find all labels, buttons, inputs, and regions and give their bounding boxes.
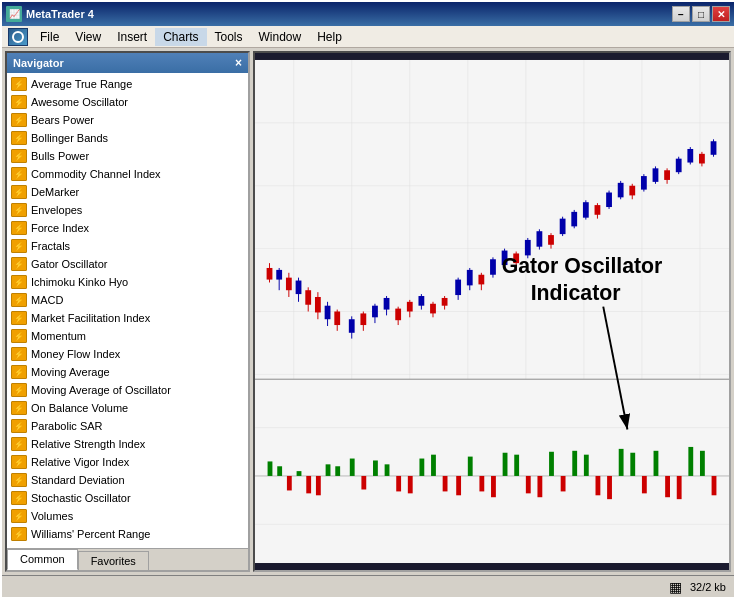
svg-rect-31 — [325, 306, 331, 320]
list-item[interactable]: ⚡Market Facilitation Index — [7, 309, 248, 327]
list-item[interactable]: ⚡Bulls Power — [7, 147, 248, 165]
indicator-label: Fractals — [31, 240, 70, 252]
list-item[interactable]: ⚡Moving Average of Oscillator — [7, 381, 248, 399]
navigator-close-button[interactable]: × — [235, 56, 242, 70]
svg-rect-107 — [350, 459, 355, 476]
indicator-label: Bears Power — [31, 114, 94, 126]
menu-insert[interactable]: Insert — [109, 28, 155, 46]
list-item[interactable]: ⚡Average True Range — [7, 75, 248, 93]
svg-rect-75 — [583, 202, 589, 217]
indicator-icon: ⚡ — [11, 203, 27, 217]
list-item[interactable]: ⚡Relative Strength Index — [7, 435, 248, 453]
indicator-icon: ⚡ — [11, 329, 27, 343]
indicator-icon: ⚡ — [11, 491, 27, 505]
indicator-label: Market Facilitation Index — [31, 312, 150, 324]
indicator-icon: ⚡ — [11, 275, 27, 289]
list-item[interactable]: ⚡Parabolic SAR — [7, 417, 248, 435]
svg-rect-49 — [430, 304, 436, 314]
list-item[interactable]: ⚡Relative Vigor Index — [7, 453, 248, 471]
svg-rect-55 — [467, 270, 473, 285]
maximize-button[interactable]: □ — [692, 6, 710, 22]
list-item[interactable]: ⚡Awesome Oscillator — [7, 93, 248, 111]
main-area: Navigator × ⚡Average True Range⚡Awesome … — [2, 48, 734, 575]
indicator-label: Moving Average — [31, 366, 110, 378]
svg-rect-27 — [305, 290, 311, 305]
list-item[interactable]: ⚡Money Flow Index — [7, 345, 248, 363]
list-item[interactable]: ⚡Commodity Channel Index — [7, 165, 248, 183]
indicator-label: Bollinger Bands — [31, 132, 108, 144]
chart-svg: Gator Oscillator Indicator — [255, 53, 729, 570]
svg-rect-103 — [306, 476, 311, 493]
indicator-label: Awesome Oscillator — [31, 96, 128, 108]
indicator-icon: ⚡ — [11, 113, 27, 127]
list-item[interactable]: ⚡MACD — [7, 291, 248, 309]
indicator-icon: ⚡ — [11, 419, 27, 433]
svg-rect-35 — [349, 319, 355, 333]
list-item[interactable]: ⚡Bears Power — [7, 111, 248, 129]
menu-file[interactable]: File — [32, 28, 67, 46]
indicator-icon: ⚡ — [11, 365, 27, 379]
indicator-label: Moving Average of Oscillator — [31, 384, 171, 396]
list-item[interactable]: ⚡DeMarker — [7, 183, 248, 201]
menu-charts[interactable]: Charts — [155, 28, 206, 46]
svg-rect-21 — [276, 270, 282, 280]
svg-rect-113 — [419, 459, 424, 476]
list-item[interactable]: ⚡Momentum — [7, 327, 248, 345]
indicator-label: On Balance Volume — [31, 402, 128, 414]
list-item[interactable]: ⚡Bollinger Bands — [7, 129, 248, 147]
main-window: 📈 MetaTrader 4 − □ ✕ File View Insert Ch… — [0, 0, 736, 599]
list-item[interactable]: ⚡Standard Deviation — [7, 471, 248, 489]
svg-rect-101 — [287, 476, 292, 491]
list-item[interactable]: ⚡Gator Oscillator — [7, 255, 248, 273]
list-item[interactable]: ⚡Stochastic Oscillator — [7, 489, 248, 507]
close-button[interactable]: ✕ — [712, 6, 730, 22]
svg-rect-99 — [268, 461, 273, 476]
svg-rect-37 — [360, 313, 366, 325]
indicator-label: Money Flow Index — [31, 348, 120, 360]
indicator-label: Commodity Channel Index — [31, 168, 161, 180]
svg-rect-39 — [372, 306, 378, 318]
indicator-icon: ⚡ — [11, 455, 27, 469]
list-item[interactable]: ⚡Force Index — [7, 219, 248, 237]
svg-text:Indicator: Indicator — [531, 281, 621, 305]
chart-area[interactable]: Gator Oscillator Indicator — [253, 51, 731, 572]
menu-view[interactable]: View — [67, 28, 109, 46]
svg-rect-132 — [642, 476, 647, 493]
svg-rect-127 — [584, 455, 589, 476]
indicator-label: Envelopes — [31, 204, 82, 216]
list-item[interactable]: ⚡Volumes — [7, 507, 248, 525]
menu-window[interactable]: Window — [251, 28, 310, 46]
app-logo[interactable] — [8, 28, 28, 46]
list-item[interactable]: ⚡Envelopes — [7, 201, 248, 219]
svg-rect-59 — [490, 259, 496, 274]
svg-rect-102 — [297, 471, 302, 476]
indicator-label: Force Index — [31, 222, 89, 234]
indicator-label: MACD — [31, 294, 63, 306]
svg-rect-23 — [286, 278, 292, 291]
indicator-icon: ⚡ — [11, 509, 27, 523]
svg-rect-115 — [443, 476, 448, 491]
minimize-button[interactable]: − — [672, 6, 690, 22]
svg-rect-79 — [606, 193, 612, 208]
app-icon: 📈 — [6, 6, 22, 22]
svg-rect-124 — [549, 452, 554, 476]
svg-rect-73 — [571, 212, 577, 227]
svg-rect-83 — [629, 186, 635, 196]
list-item[interactable]: ⚡Fractals — [7, 237, 248, 255]
tab-favorites[interactable]: Favorites — [78, 551, 149, 570]
svg-rect-53 — [455, 280, 461, 295]
indicator-icon: ⚡ — [11, 401, 27, 415]
svg-rect-119 — [491, 476, 496, 497]
list-item[interactable]: ⚡Moving Average — [7, 363, 248, 381]
indicator-label: Williams' Percent Range — [31, 528, 150, 540]
list-item[interactable]: ⚡Williams' Percent Range — [7, 525, 248, 543]
svg-rect-134 — [665, 476, 670, 497]
menu-help[interactable]: Help — [309, 28, 350, 46]
status-text: 32/2 kb — [690, 581, 726, 593]
list-item[interactable]: ⚡On Balance Volume — [7, 399, 248, 417]
indicator-icon: ⚡ — [11, 77, 27, 91]
list-item[interactable]: ⚡Ichimoku Kinko Hyo — [7, 273, 248, 291]
menu-tools[interactable]: Tools — [207, 28, 251, 46]
svg-rect-45 — [407, 302, 413, 312]
tab-common[interactable]: Common — [7, 549, 78, 570]
